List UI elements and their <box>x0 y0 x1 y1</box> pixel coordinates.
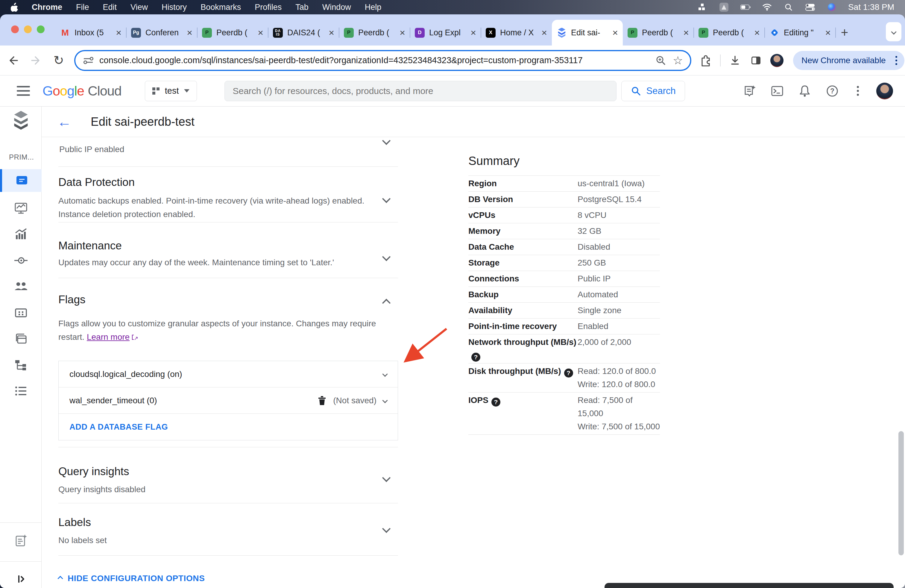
sidebar-item-release-notes[interactable] <box>0 529 41 552</box>
menu-file[interactable]: File <box>76 3 89 12</box>
nav-menu-icon[interactable] <box>17 86 30 96</box>
more-options-icon[interactable] <box>853 86 863 96</box>
project-picker[interactable]: test <box>145 81 197 101</box>
learn-more-link[interactable]: Learn more <box>87 332 130 342</box>
help-icon[interactable]: ? <box>825 84 840 98</box>
reload-icon[interactable]: ↻ <box>49 51 68 70</box>
help-icon[interactable]: ? <box>564 369 573 378</box>
hide-configuration-options-button[interactable]: HIDE CONFIGURATION OPTIONS <box>58 574 205 583</box>
tab-close-icon[interactable]: × <box>612 27 618 38</box>
extensions-icon[interactable] <box>699 54 712 67</box>
chrome-menu-icon[interactable] <box>891 56 902 65</box>
spotlight-icon[interactable] <box>783 3 794 11</box>
menu-help[interactable]: Help <box>365 3 381 12</box>
sidebar-item-connections[interactable] <box>0 249 41 272</box>
menu-edit[interactable]: Edit <box>103 3 117 12</box>
zoom-window-button[interactable] <box>37 25 44 33</box>
help-icon[interactable]: ? <box>491 397 500 407</box>
zoom-page-icon[interactable] <box>655 54 667 67</box>
sidebar-item-backups[interactable] <box>0 327 41 350</box>
sidebar-item-query-insights[interactable] <box>0 223 41 245</box>
tab-peerdb-4[interactable]: P Peerdb ( × <box>694 20 765 46</box>
tab-search-button[interactable] <box>886 22 902 41</box>
url-text[interactable]: console.cloud.google.com/sql/instances/s… <box>99 56 655 65</box>
stats-widget-icon[interactable] <box>697 3 708 11</box>
address-bar[interactable]: console.cloud.google.com/sql/instances/s… <box>74 50 691 71</box>
tab-close-icon[interactable]: × <box>470 27 476 38</box>
downloads-icon[interactable] <box>729 54 741 67</box>
sidebar-item-system-insights[interactable] <box>0 197 41 219</box>
back-arrow-icon[interactable]: ← <box>57 113 71 130</box>
menu-view[interactable]: View <box>130 3 148 12</box>
tab-log-explorer[interactable]: D Log Expl × <box>410 20 481 46</box>
tab-edit-sai-active[interactable]: Edit sai- × <box>552 20 623 46</box>
delete-flag-icon[interactable] <box>318 396 327 405</box>
browser-profile-avatar[interactable] <box>770 54 783 67</box>
tab-dais24[interactable]: DA IS DAIS24 ( × <box>268 20 339 46</box>
apple-menu-icon[interactable] <box>11 3 19 12</box>
chevron-down-icon[interactable] <box>382 253 391 261</box>
add-database-flag-button[interactable]: ADD A DATABASE FLAG <box>70 423 168 432</box>
sidebar-item-replicas[interactable] <box>0 353 41 376</box>
tab-close-icon[interactable]: × <box>754 27 760 38</box>
menu-profiles[interactable]: Profiles <box>255 3 282 12</box>
sidebar-item-operations[interactable] <box>0 380 41 402</box>
gcp-search-bar[interactable] <box>224 81 616 101</box>
gcp-search-button[interactable]: Search <box>621 81 685 101</box>
siri-icon[interactable] <box>827 3 837 11</box>
chrome-update-pill[interactable]: New Chrome available <box>793 51 904 70</box>
tab-conference[interactable]: Pg Conferen × <box>126 20 197 46</box>
chevron-down-icon[interactable] <box>382 524 391 533</box>
tab-peerdb-2[interactable]: P Peerdb ( × <box>339 20 410 46</box>
sidebar-item-databases[interactable] <box>0 301 41 324</box>
bookmark-star-icon[interactable]: ☆ <box>673 54 683 67</box>
tab-close-icon[interactable]: × <box>825 27 831 38</box>
battery-icon[interactable] <box>740 3 751 11</box>
tab-close-icon[interactable]: × <box>187 27 192 38</box>
tab-close-icon[interactable]: × <box>683 27 689 38</box>
side-panel-icon[interactable] <box>749 54 762 67</box>
chevron-down-icon[interactable] <box>382 397 387 403</box>
tab-x-home[interactable]: X Home / X × <box>481 20 552 46</box>
chevron-up-icon[interactable] <box>382 299 391 307</box>
tab-close-icon[interactable]: × <box>258 27 264 38</box>
minimize-window-button[interactable] <box>24 25 32 33</box>
menu-window[interactable]: Window <box>322 3 351 12</box>
tab-close-icon[interactable]: × <box>329 27 334 38</box>
tab-inbox[interactable]: M Inbox (5 × <box>56 20 126 46</box>
sidebar-expand-icon[interactable] <box>0 567 41 588</box>
help-icon[interactable]: ? <box>472 353 480 362</box>
control-center-icon[interactable] <box>805 3 815 11</box>
scrollbar-thumb[interactable] <box>899 431 904 555</box>
add-database-flag-row[interactable]: ADD A DATABASE FLAG <box>59 414 398 440</box>
google-cloud-logo[interactable]: Google Cloud <box>43 83 122 99</box>
menu-history[interactable]: History <box>162 3 187 12</box>
menu-bar-clock[interactable]: Sat 1:38 PM <box>848 2 894 12</box>
sidebar-item-users[interactable] <box>0 275 41 298</box>
menu-bookmarks[interactable]: Bookmarks <box>200 3 241 12</box>
site-settings-icon[interactable] <box>83 55 94 66</box>
tab-peerdb-1[interactable]: P Peerdb ( × <box>197 20 268 46</box>
back-icon[interactable] <box>3 51 23 70</box>
chevron-down-icon[interactable] <box>382 474 391 482</box>
cloud-shell-icon[interactable] <box>770 84 784 98</box>
tab-close-icon[interactable]: × <box>116 27 122 38</box>
forward-icon[interactable] <box>26 51 46 70</box>
wifi-icon[interactable] <box>762 3 772 11</box>
sidebar-item-overview[interactable] <box>0 169 41 192</box>
tab-close-icon[interactable]: × <box>541 27 547 38</box>
tab-editing[interactable]: Editing " × <box>765 20 835 46</box>
menu-tab[interactable]: Tab <box>295 3 308 12</box>
gcp-profile-avatar[interactable] <box>876 83 893 99</box>
chevron-down-icon[interactable] <box>382 371 387 377</box>
flag-row-logical-decoding[interactable]: cloudsql.logical_decoding (on) <box>59 361 398 388</box>
chevron-down-icon[interactable] <box>382 195 391 203</box>
flag-row-wal-sender-timeout[interactable]: wal_sender_timeout (0) (Not saved) <box>59 388 398 414</box>
chevron-down-icon[interactable] <box>382 137 391 145</box>
gcp-search-input[interactable] <box>233 86 608 96</box>
release-notes-icon[interactable] <box>743 84 757 98</box>
menu-chrome[interactable]: Chrome <box>32 3 62 12</box>
tab-peerdb-3[interactable]: P Peerdb ( × <box>623 20 694 46</box>
new-tab-button[interactable]: + <box>835 20 854 46</box>
app-status-icon[interactable] <box>719 3 729 11</box>
